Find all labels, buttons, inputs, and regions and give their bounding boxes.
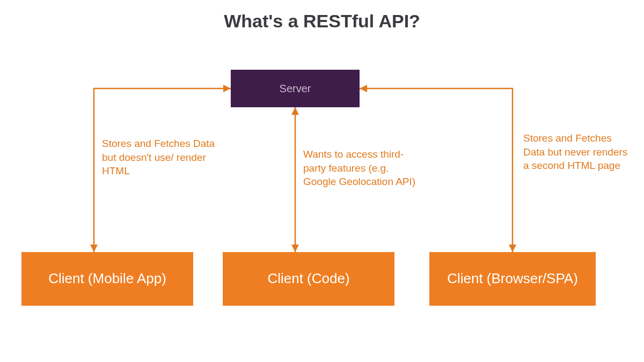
svg-marker-6 (509, 245, 516, 252)
client-3-label: Client (Browser/SPA) (447, 271, 578, 287)
page-title: What's a RESTful API? (0, 11, 644, 32)
diagram-canvas: What's a RESTful API? Server Stores and … (0, 0, 644, 362)
server-label: Server (280, 83, 311, 95)
client-mobile-app: Client (Mobile App) (21, 252, 193, 306)
server-node: Server (231, 70, 360, 107)
client-browser-spa: Client (Browser/SPA) (429, 252, 596, 306)
client-1-note: Stores and Fetches Data but doesn't use/… (102, 137, 220, 178)
client-code: Client (Code) (223, 252, 394, 306)
svg-marker-0 (223, 85, 231, 92)
client-3-note: Stores and Fetches Data but never render… (523, 131, 636, 173)
svg-marker-4 (291, 245, 299, 252)
svg-marker-3 (291, 107, 299, 115)
client-2-note: Wants to access third-party features (e.… (303, 147, 421, 189)
client-1-label: Client (Mobile App) (48, 271, 166, 287)
client-2-label: Client (Code) (267, 271, 349, 287)
svg-marker-5 (360, 85, 367, 92)
svg-marker-1 (90, 245, 98, 252)
